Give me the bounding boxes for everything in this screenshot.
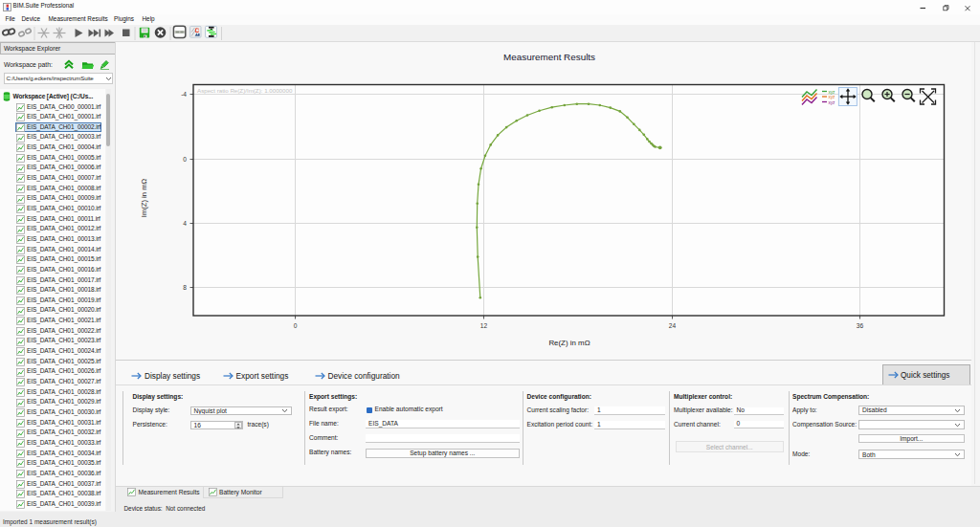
svg-text:0: 0 [294,322,298,329]
svg-text:-4: -4 [181,91,187,98]
svg-text:12: 12 [480,322,488,329]
svg-text:Re(Z) in mΩ: Re(Z) in mΩ [548,339,590,347]
svg-text:0: 0 [183,156,187,163]
svg-text:xyz: xyz [829,90,836,95]
svg-text:xyz: xyz [829,95,836,99]
svg-text:xyz: xyz [829,100,836,105]
svg-text:24: 24 [669,322,677,329]
svg-text:8: 8 [183,284,187,291]
svg-text:36: 36 [857,322,864,329]
svg-text:4: 4 [183,220,187,227]
svg-text:Aspect ratio Re(Z)/Im(Z): 1.00: Aspect ratio Re(Z)/Im(Z): 1.0000000 [197,87,293,94]
svg-text:Im(Z) in mΩ: Im(Z) in mΩ [140,179,148,218]
